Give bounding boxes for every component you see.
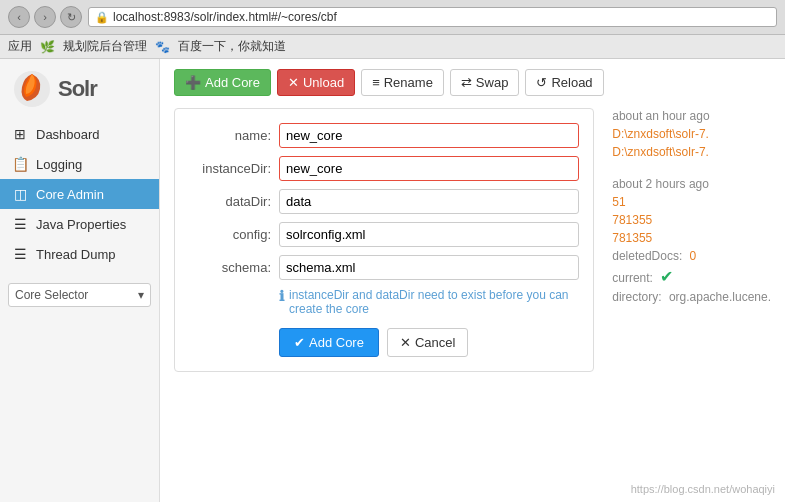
reload-label: Reload [551, 75, 592, 90]
swap-icon: ⇄ [461, 75, 472, 90]
form-row-schema: schema: [189, 255, 579, 280]
app-container: Solr ⊞ Dashboard 📋 Logging ◫ Core Admin … [0, 59, 785, 502]
form-row-instancedir: instanceDir: [189, 156, 579, 181]
sidebar-item-label-dashboard: Dashboard [36, 127, 100, 142]
sidebar-item-java-properties[interactable]: ☰ Java Properties [0, 209, 159, 239]
form-row-config: config: [189, 222, 579, 247]
rename-icon: ≡ [372, 75, 380, 90]
field-input-datadir[interactable] [279, 189, 579, 214]
chevron-down-icon: ▾ [138, 288, 144, 302]
sidebar-item-label-core-admin: Core Admin [36, 187, 104, 202]
sidebar-item-thread-dump[interactable]: ☰ Thread Dump [0, 239, 159, 269]
address-bar[interactable]: 🔒 localhost:8983/solr/index.html#/~cores… [88, 7, 777, 27]
sidebar-item-label-java-properties: Java Properties [36, 217, 126, 232]
x-icon: ✕ [288, 75, 299, 90]
core-selector[interactable]: Core Selector ▾ [8, 283, 151, 307]
logo-area: Solr [0, 59, 159, 119]
main-content: ➕ Add Core ✕ Unload ≡ Rename ⇄ Swap ↺ Re… [160, 59, 785, 502]
field-input-config[interactable] [279, 222, 579, 247]
info-path1: D:\znxdsoft\solr-7. [612, 127, 771, 141]
info-icon: ℹ [279, 288, 284, 304]
num2-text: 781355 [612, 213, 652, 227]
url-text: localhost:8983/solr/index.html#/~cores/c… [113, 10, 337, 24]
refresh-button[interactable]: ↻ [60, 6, 82, 28]
info-num3: 781355 [612, 231, 771, 245]
unload-label: Unload [303, 75, 344, 90]
rename-label: Rename [384, 75, 433, 90]
info-path2: D:\znxdsoft\solr-7. [612, 145, 771, 159]
add-core-label: Add Core [205, 75, 260, 90]
solr-logo-text: Solr [58, 76, 97, 102]
current-checkmark-icon: ✔ [660, 268, 673, 285]
field-input-instancedir[interactable] [279, 156, 579, 181]
cancel-button[interactable]: ✕ Cancel [387, 328, 468, 357]
form-note: ℹ instanceDir and dataDir need to exist … [279, 288, 579, 316]
sidebar-item-logging[interactable]: 📋 Logging [0, 149, 159, 179]
time1-text: about an hour ago [612, 109, 709, 123]
watermark: https://blog.csdn.net/wohaqiyi [631, 483, 775, 495]
submit-add-core-label: Add Core [309, 335, 364, 350]
time2-text: about 2 hours ago [612, 177, 709, 191]
forward-button[interactable]: › [34, 6, 56, 28]
form-row-name: name: [189, 123, 579, 148]
info-time2: about 2 hours ago [612, 177, 771, 191]
back-button[interactable]: ‹ [8, 6, 30, 28]
info-current: current: ✔ [612, 267, 771, 286]
info-deleted-docs: deletedDocs: 0 [612, 249, 771, 263]
num1-text: 51 [612, 195, 625, 209]
dashboard-icon: ⊞ [12, 126, 28, 142]
bookmark-baidu[interactable]: 百度一下，你就知道 [178, 38, 286, 55]
info-directory: directory: org.apache.lucene. [612, 290, 771, 304]
cancel-x-icon: ✕ [400, 335, 411, 350]
deleted-docs-label: deletedDocs: [612, 249, 682, 263]
reload-button[interactable]: ↺ Reload [525, 69, 603, 96]
info-time1: about an hour ago [612, 109, 771, 123]
swap-button[interactable]: ⇄ Swap [450, 69, 520, 96]
add-core-form: name: instanceDir: dataDir: config: sche… [174, 108, 594, 372]
logging-icon: 📋 [12, 156, 28, 172]
sidebar-item-label-logging: Logging [36, 157, 82, 172]
cancel-label: Cancel [415, 335, 455, 350]
form-row-datadir: dataDir: [189, 189, 579, 214]
path1-text: D:\znxdsoft\solr-7. [612, 127, 709, 141]
current-label: current: [612, 271, 653, 285]
form-actions: ✔ Add Core ✕ Cancel [279, 328, 579, 357]
bookmark-paw[interactable]: 🐾 [155, 40, 170, 54]
directory-label: directory: [612, 290, 661, 304]
field-input-name[interactable] [279, 123, 579, 148]
add-core-button[interactable]: ➕ Add Core [174, 69, 271, 96]
java-properties-icon: ☰ [12, 216, 28, 232]
nav-buttons: ‹ › ↻ [8, 6, 82, 28]
submit-add-core-button[interactable]: ✔ Add Core [279, 328, 379, 357]
right-info-panel: about an hour ago D:\znxdsoft\solr-7. D:… [612, 109, 771, 308]
core-selector-text: Core Selector [15, 288, 88, 302]
form-note-text: instanceDir and dataDir need to exist be… [289, 288, 579, 316]
num3-text: 781355 [612, 231, 652, 245]
info-num1: 51 [612, 195, 771, 209]
field-input-schema[interactable] [279, 255, 579, 280]
field-label-name: name: [189, 128, 279, 143]
field-label-datadir: dataDir: [189, 194, 279, 209]
unload-button[interactable]: ✕ Unload [277, 69, 355, 96]
sidebar-item-core-admin[interactable]: ◫ Core Admin [0, 179, 159, 209]
toolbar: ➕ Add Core ✕ Unload ≡ Rename ⇄ Swap ↺ Re… [174, 69, 771, 96]
sidebar: Solr ⊞ Dashboard 📋 Logging ◫ Core Admin … [0, 59, 160, 502]
info-num2: 781355 [612, 213, 771, 227]
lock-icon: 🔒 [95, 11, 109, 24]
reload-icon: ↺ [536, 75, 547, 90]
rename-button[interactable]: ≡ Rename [361, 69, 444, 96]
deleted-docs-value: 0 [690, 249, 697, 263]
bookmarks-bar: 应用 🌿 规划院后台管理 🐾 百度一下，你就知道 [0, 35, 785, 59]
thread-dump-icon: ☰ [12, 246, 28, 262]
bookmark-apps[interactable]: 应用 [8, 38, 32, 55]
field-label-instancedir: instanceDir: [189, 161, 279, 176]
bookmark-leaf[interactable]: 🌿 [40, 40, 55, 54]
sidebar-item-label-thread-dump: Thread Dump [36, 247, 115, 262]
solr-logo-icon [12, 69, 52, 109]
core-admin-icon: ◫ [12, 186, 28, 202]
sidebar-item-dashboard[interactable]: ⊞ Dashboard [0, 119, 159, 149]
field-label-schema: schema: [189, 260, 279, 275]
checkmark-icon: ✔ [294, 335, 305, 350]
path2-text: D:\znxdsoft\solr-7. [612, 145, 709, 159]
bookmark-admin[interactable]: 规划院后台管理 [63, 38, 147, 55]
